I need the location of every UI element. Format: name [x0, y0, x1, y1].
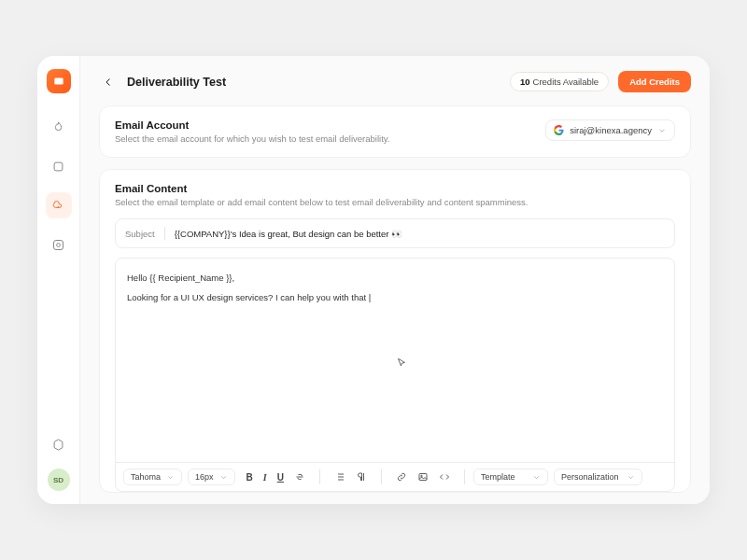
- editor: Hello {{ Recipient_Name }}, Looking for …: [115, 258, 675, 492]
- account-email: siraj@kinexa.agency: [570, 125, 652, 135]
- list-buttons: [332, 469, 369, 484]
- nav-item-deliverability[interactable]: [46, 192, 72, 218]
- body-line-1: Hello {{ Recipient_Name }},: [127, 270, 663, 286]
- page-title: Deliverability Test: [127, 76, 226, 89]
- nav-item-warmup[interactable]: [46, 114, 72, 140]
- email-content-card: Email Content Select the email template …: [99, 169, 691, 493]
- insert-buttons: [394, 469, 452, 484]
- editor-body[interactable]: Hello {{ Recipient_Name }}, Looking for …: [116, 259, 674, 462]
- personalization-select[interactable]: Personalization: [554, 469, 642, 485]
- avatar[interactable]: SD: [48, 469, 70, 491]
- strike-button[interactable]: [292, 469, 307, 484]
- account-select[interactable]: siraj@kinexa.agency: [545, 119, 675, 141]
- nav-item-settings[interactable]: [46, 431, 72, 457]
- svg-rect-3: [54, 240, 63, 249]
- code-button[interactable]: [437, 469, 452, 484]
- underline-button[interactable]: U: [275, 469, 286, 484]
- sidebar-bottom: SD: [46, 431, 72, 491]
- topbar: Deliverability Test 10 Credits Available…: [99, 71, 691, 92]
- size-value: 16px: [195, 472, 214, 482]
- divider: [164, 227, 165, 240]
- svg-rect-1: [54, 162, 63, 171]
- chevron-down-icon: [627, 473, 635, 482]
- size-select[interactable]: 16px: [188, 469, 235, 485]
- main: Deliverability Test 10 Credits Available…: [80, 56, 710, 504]
- template-select[interactable]: Template: [473, 469, 548, 485]
- app-logo[interactable]: [47, 69, 71, 93]
- cursor-icon: [395, 357, 408, 370]
- bold-button[interactable]: B: [245, 469, 255, 484]
- back-button[interactable]: [99, 73, 118, 91]
- content-title: Email Content: [115, 183, 675, 194]
- list-button[interactable]: [332, 469, 347, 484]
- google-icon: [554, 125, 564, 135]
- svg-point-2: [58, 206, 60, 208]
- add-credits-button[interactable]: Add Credits: [618, 71, 691, 92]
- credits-badge: 10 Credits Available: [510, 72, 609, 91]
- chevron-down-icon: [219, 473, 228, 482]
- chevron-down-icon: [166, 473, 175, 482]
- font-value: Tahoma: [131, 472, 161, 482]
- account-title: Email Account: [115, 119, 389, 131]
- subject-label: Subject: [125, 229, 155, 239]
- italic-button[interactable]: I: [261, 469, 269, 484]
- sidebar: SD: [37, 56, 80, 504]
- app-shell: SD Deliverability Test 10 Credits Availa…: [37, 56, 710, 504]
- font-select[interactable]: Tahoma: [123, 469, 182, 485]
- template-label: Template: [481, 472, 515, 482]
- svg-point-4: [57, 243, 61, 246]
- subject-value: {{COMPANY}}'s Idea is great, But design …: [175, 229, 402, 239]
- credits-count: 10: [520, 77, 530, 87]
- credits-label: Credits Available: [533, 77, 599, 87]
- nav-item-analytics[interactable]: [46, 231, 72, 258]
- nav-item-campaign[interactable]: [46, 153, 72, 179]
- content-subtitle: Select the email template or add email c…: [115, 197, 675, 207]
- chevron-down-icon: [657, 126, 667, 135]
- format-buttons: B I U: [245, 469, 307, 484]
- email-account-card: Email Account Select the email account f…: [99, 105, 691, 158]
- subject-field[interactable]: Subject {{COMPANY}}'s Idea is great, But…: [115, 218, 675, 248]
- personalization-label: Personalization: [561, 472, 619, 482]
- body-line-2: Looking for a UI UX design services? I c…: [127, 289, 663, 305]
- chevron-down-icon: [532, 473, 541, 482]
- svg-rect-0: [54, 78, 63, 85]
- svg-rect-5: [419, 474, 427, 481]
- link-button[interactable]: [394, 469, 409, 484]
- editor-toolbar: Tahoma 16px B I U: [116, 462, 674, 491]
- paragraph-button[interactable]: [354, 469, 369, 484]
- account-subtitle: Select the email account for which you w…: [115, 133, 389, 144]
- image-button[interactable]: [416, 469, 430, 484]
- nav-items: [46, 114, 72, 258]
